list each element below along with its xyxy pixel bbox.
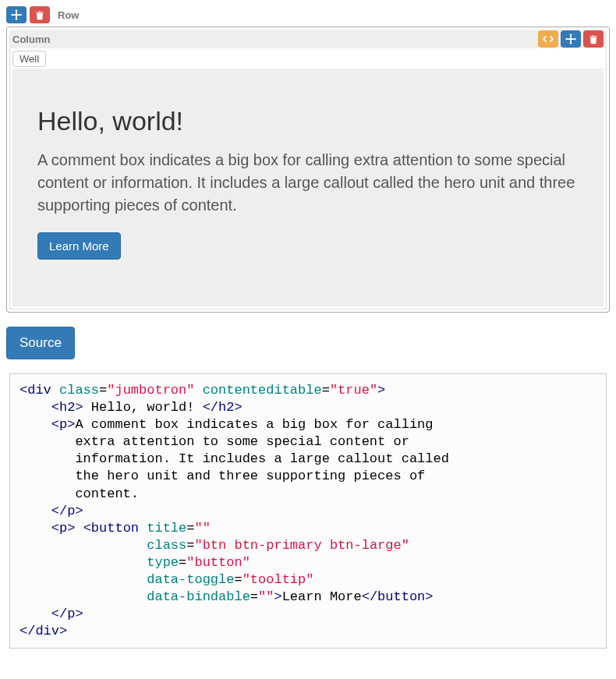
source-button[interactable]: Source [6,327,75,359]
source-code: <div class="jumbotron" contenteditable="… [9,373,607,649]
learn-more-button[interactable]: Learn More [37,232,121,260]
trash-icon[interactable] [30,6,50,23]
column-label: Column [12,34,50,45]
row-toolbar: Row [6,6,610,23]
column-header: Column [9,30,607,48]
row-label: Row [58,9,79,21]
jumbotron-heading: Hello, world! [37,106,579,136]
row-container: Column Well Hello, world! A comment box … [6,27,610,313]
column-actions [538,30,604,48]
well-tag[interactable]: Well [12,51,46,67]
code-icon[interactable] [538,30,558,48]
jumbotron: Hello, world! A comment box indicates a … [12,69,604,306]
move-icon[interactable] [561,30,581,48]
move-icon[interactable] [6,6,27,23]
trash-icon[interactable] [583,30,604,48]
jumbotron-paragraph: A comment box indicates a big box for ca… [37,149,579,217]
column-body: Well Hello, world! A comment box indicat… [9,48,607,309]
